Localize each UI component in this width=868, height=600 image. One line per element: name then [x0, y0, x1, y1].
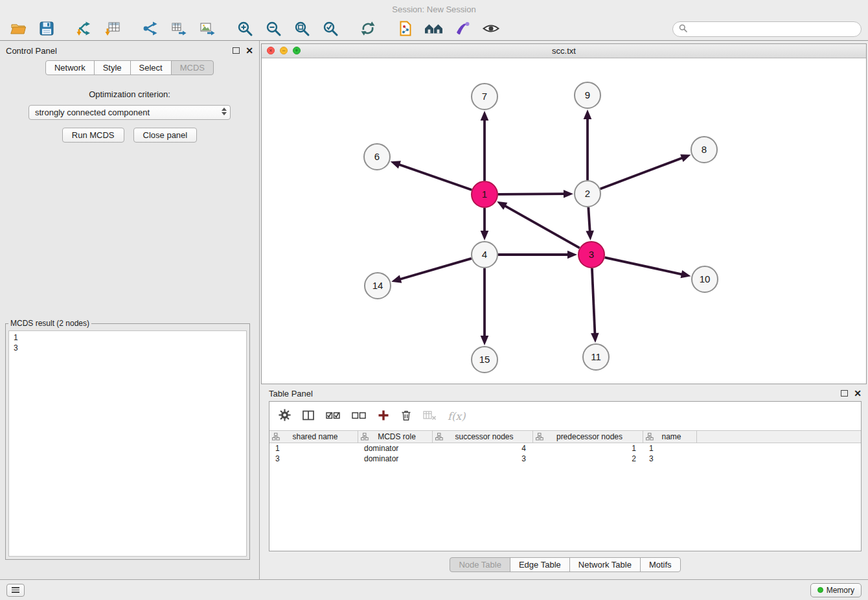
table-tab-node-table[interactable]: Node Table — [450, 557, 510, 572]
show-hide-button[interactable] — [479, 19, 503, 39]
graph-edge-1-6[interactable] — [391, 161, 472, 190]
deselect-all-button[interactable] — [352, 410, 367, 422]
network-canvas[interactable]: 7968124314101511 — [262, 58, 866, 384]
tab-mcds[interactable]: MCDS — [171, 60, 214, 75]
graph-node-15[interactable]: 15 — [472, 347, 497, 373]
table-panel-title: Table Panel — [269, 389, 313, 398]
cell-predecessor-nodes[interactable]: 1 — [533, 443, 643, 454]
column-header-shared-name[interactable]: shared name — [269, 431, 358, 443]
cell-name[interactable]: 3 — [643, 454, 697, 464]
plus-icon — [378, 410, 389, 423]
houses-button[interactable] — [422, 19, 446, 39]
minimize-window-icon[interactable]: − — [280, 47, 288, 54]
graph-node-2[interactable]: 2 — [575, 181, 600, 207]
graph-node-11[interactable]: 11 — [583, 344, 609, 370]
graph-node-3[interactable]: 3 — [578, 242, 604, 268]
delete-table-button[interactable] — [423, 410, 437, 422]
graph-node-1[interactable]: 1 — [472, 181, 497, 207]
table-header-row: shared nameMCDS rolesuccessor nodesprede… — [269, 430, 861, 443]
cell-predecessor-nodes[interactable]: 2 — [533, 454, 643, 464]
tab-style[interactable]: Style — [94, 60, 131, 75]
network-document-button[interactable] — [394, 19, 417, 39]
close-panel-button[interactable]: Close panel — [133, 128, 198, 143]
application-window: Session: New Session — [0, 0, 868, 600]
close-window-icon[interactable]: × — [267, 47, 275, 54]
column-header-successor-nodes[interactable]: successor nodes — [433, 431, 533, 443]
zoom-fit-button[interactable] — [290, 19, 314, 39]
save-session-button[interactable] — [35, 19, 58, 39]
table-row[interactable]: 3dominator323 — [269, 454, 861, 464]
graph-node-8[interactable]: 8 — [691, 137, 717, 163]
tab-select[interactable]: Select — [130, 60, 172, 75]
column-header-predecessor-nodes[interactable]: predecessor nodes — [533, 431, 643, 443]
refresh-view-button[interactable] — [356, 19, 380, 39]
criterion-dropdown[interactable]: strongly connected component — [29, 105, 231, 120]
graph-edge-1-7[interactable] — [481, 111, 489, 181]
graph-edge-3-11[interactable] — [591, 268, 599, 343]
list-icon — [12, 587, 19, 593]
close-table-panel-icon[interactable]: ✕ — [854, 389, 862, 398]
create-column-button[interactable] — [378, 410, 389, 423]
network-branch-button[interactable] — [139, 19, 162, 39]
table-tab-network-table[interactable]: Network Table — [569, 557, 641, 572]
table-row[interactable]: 1dominator411 — [269, 443, 861, 454]
memory-button[interactable]: Memory — [810, 583, 862, 597]
cell-successor-nodes[interactable]: 3 — [433, 454, 533, 464]
cell-shared-name[interactable]: 3 — [269, 454, 358, 464]
graph-edge-2-3[interactable] — [586, 207, 594, 240]
cell-successor-nodes[interactable]: 4 — [433, 443, 533, 454]
run-mcds-button[interactable]: Run MCDS — [62, 128, 124, 143]
search-icon — [679, 23, 687, 35]
zoom-in-button[interactable] — [233, 19, 257, 39]
show-columns-button[interactable] — [302, 410, 315, 423]
graph-edge-4-14[interactable] — [391, 259, 472, 283]
function-builder-button[interactable]: f(x) — [448, 410, 465, 422]
column-settings-button[interactable] — [279, 409, 291, 423]
table-tab-edge-table[interactable]: Edge Table — [510, 557, 570, 572]
search-input[interactable] — [691, 24, 855, 34]
export-image-button[interactable] — [196, 19, 219, 39]
graph-edge-1-2[interactable] — [498, 190, 573, 198]
import-network-button[interactable] — [73, 19, 96, 39]
style-brush-button[interactable] — [451, 19, 474, 39]
float-panel-icon[interactable] — [233, 47, 240, 54]
graph-node-7[interactable]: 7 — [472, 84, 497, 110]
graph-edge-3-10[interactable] — [605, 257, 691, 278]
status-menu-button[interactable] — [6, 584, 25, 597]
unchecked-boxes-icon — [352, 410, 367, 422]
search-field[interactable] — [672, 21, 862, 37]
cell-shared-name[interactable]: 1 — [269, 443, 358, 454]
cell-mcds-role[interactable]: dominator — [358, 443, 433, 454]
open-session-button[interactable] — [6, 19, 30, 39]
cell-mcds-role[interactable]: dominator — [358, 454, 433, 464]
trash-icon — [400, 409, 412, 423]
network-graph-svg[interactable]: 7968124314101511 — [262, 58, 864, 384]
graph-node-4[interactable]: 4 — [472, 242, 497, 268]
network-from-table-button[interactable] — [167, 19, 190, 39]
graph-edge-4-15[interactable] — [481, 268, 489, 345]
maximize-window-icon[interactable]: + — [293, 47, 301, 54]
graph-edge-1-4[interactable] — [481, 208, 489, 240]
graph-edge-2-8[interactable] — [600, 154, 691, 189]
tab-network[interactable]: Network — [45, 60, 95, 75]
select-all-button[interactable] — [326, 410, 341, 422]
delete-column-button[interactable] — [400, 409, 412, 423]
table-tab-motifs[interactable]: Motifs — [640, 557, 681, 572]
graph-node-6[interactable]: 6 — [364, 144, 390, 170]
column-header-mcds-role[interactable]: MCDS role — [358, 431, 433, 443]
column-header-name[interactable]: name — [643, 431, 697, 443]
close-panel-icon[interactable]: ✕ — [246, 46, 253, 55]
zoom-out-button[interactable] — [262, 19, 285, 39]
graph-edge-3-1[interactable] — [497, 202, 580, 248]
graph-node-9[interactable]: 9 — [575, 82, 600, 108]
zoom-selected-button[interactable] — [319, 19, 342, 39]
float-table-panel-icon[interactable] — [841, 390, 848, 397]
cell-name[interactable]: 1 — [643, 443, 697, 454]
export-image-icon — [199, 20, 216, 39]
graph-edge-2-9[interactable] — [584, 110, 592, 180]
mcds-result-text[interactable]: 13 — [8, 330, 247, 557]
import-table-button[interactable] — [101, 19, 124, 39]
graph-edge-4-3[interactable] — [498, 251, 577, 259]
graph-node-10[interactable]: 10 — [692, 266, 718, 292]
graph-node-14[interactable]: 14 — [365, 273, 391, 299]
